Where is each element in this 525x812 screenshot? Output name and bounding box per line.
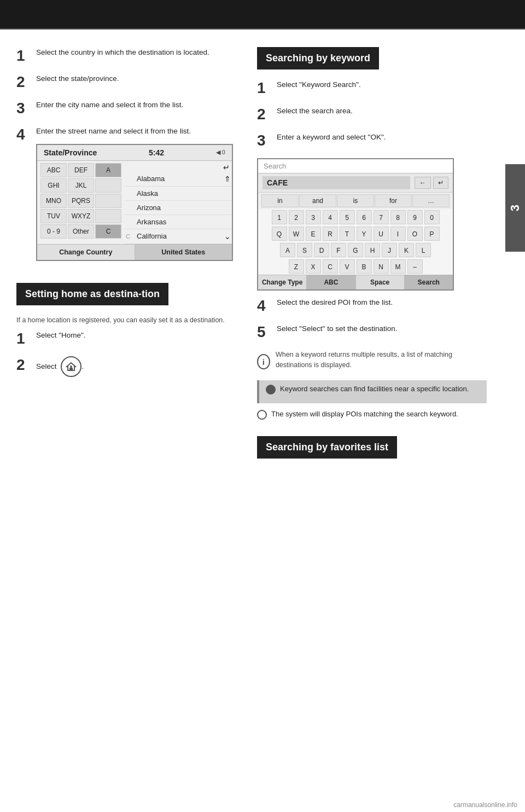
- alpha-abc[interactable]: ABC: [40, 163, 67, 177]
- kb-y[interactable]: Y: [357, 227, 372, 241]
- state-row-alabama[interactable]: Alabama ⇑: [125, 172, 232, 187]
- alpha-wxyz[interactable]: WXYZ: [68, 209, 94, 223]
- kb-x[interactable]: X: [306, 259, 321, 274]
- kb-a[interactable]: A: [280, 243, 295, 257]
- word-suggest-more[interactable]: …: [412, 194, 450, 207]
- scroll-up-icon[interactable]: ⇑: [224, 175, 231, 183]
- kw-input-field[interactable]: CAFE: [262, 176, 410, 189]
- kb-d[interactable]: D: [314, 243, 329, 257]
- kb-w[interactable]: W: [289, 227, 304, 241]
- kb-h[interactable]: H: [365, 243, 380, 257]
- screen-status: ◀ 0: [216, 149, 225, 156]
- kb-q[interactable]: Q: [272, 227, 287, 241]
- kb-m[interactable]: M: [390, 259, 406, 274]
- state-row-arkansas[interactable]: Arkansas: [125, 215, 232, 229]
- kb-n[interactable]: N: [374, 259, 389, 274]
- step-kw-number-2: 2: [257, 107, 277, 122]
- keyword-screen-mockup: Search CAFE ← ↵ in and is for …: [257, 158, 454, 291]
- kb-4[interactable]: 4: [323, 210, 338, 224]
- setting-home-header: Setting home as destina-tion: [16, 283, 168, 305]
- home-icon: [61, 356, 81, 377]
- kw-input-row: CAFE ← ↵: [258, 173, 453, 193]
- state-name-4: Arkansas: [137, 218, 166, 226]
- kb-1[interactable]: 1: [272, 210, 287, 224]
- alpha-tuv[interactable]: TUV: [40, 209, 67, 223]
- kb-9[interactable]: 9: [407, 210, 423, 224]
- alpha-c[interactable]: C: [95, 224, 121, 239]
- left-column: 1 Select the country in which the destin…: [16, 47, 257, 468]
- kb-space-btn[interactable]: Space: [356, 275, 405, 289]
- kb-6[interactable]: 6: [357, 210, 372, 224]
- screen-time: 5:42: [149, 148, 164, 157]
- kb-3[interactable]: 3: [306, 210, 321, 224]
- alpha-ghi[interactable]: GHI: [40, 178, 67, 193]
- kb-p[interactable]: P: [424, 227, 440, 241]
- kb-search-btn[interactable]: Search: [405, 275, 453, 289]
- step-home-number-2: 2: [16, 357, 36, 373]
- alpha-mno[interactable]: MNO: [40, 194, 67, 208]
- kb-i[interactable]: I: [390, 227, 406, 241]
- screen-title-bar: State/Province 5:42 ◀ 0: [37, 145, 232, 161]
- kb-e[interactable]: E: [306, 227, 321, 241]
- kb-7[interactable]: 7: [374, 210, 389, 224]
- step-kw-1: 1 Select "Keyword Search".: [257, 79, 487, 96]
- kb-z[interactable]: Z: [289, 259, 304, 274]
- alpha-jkl[interactable]: JKL: [68, 178, 94, 193]
- kb-g[interactable]: G: [348, 243, 363, 257]
- kb-o[interactable]: O: [407, 227, 423, 241]
- alpha-empty1: [95, 178, 121, 193]
- kw-backspace-btn[interactable]: ←: [415, 177, 431, 189]
- kb-c[interactable]: C: [323, 259, 338, 274]
- scroll-down-icon[interactable]: ⌄: [224, 232, 231, 241]
- state-name-2: Alaska: [137, 189, 158, 198]
- step-text-2: Select the state/province.: [36, 73, 119, 85]
- kb-f[interactable]: F: [331, 243, 346, 257]
- favorites-header: Searching by favorites list: [257, 436, 397, 459]
- kb-dash[interactable]: –: [407, 259, 423, 274]
- state-row-arizona[interactable]: Arizona: [125, 201, 232, 215]
- kb-k[interactable]: K: [399, 243, 414, 257]
- kb-r[interactable]: R: [323, 227, 338, 241]
- bullet-item-2-container: The system will display POIs matching th…: [257, 409, 487, 420]
- step-number-3: 3: [16, 101, 36, 116]
- kb-u[interactable]: U: [374, 227, 389, 241]
- kb-j[interactable]: J: [382, 243, 397, 257]
- undo-icon[interactable]: ↵: [223, 163, 230, 172]
- change-country-btn[interactable]: Change Country: [37, 245, 135, 260]
- word-suggest-in[interactable]: in: [261, 194, 299, 207]
- bullet-item-1: Keyword searches can find facilities nea…: [266, 384, 480, 395]
- bullet-filled-1: [266, 385, 276, 395]
- kb-asdf-row: A S D F G H J K L: [258, 242, 453, 258]
- alpha-09[interactable]: 0 - 9: [40, 224, 67, 239]
- step-left-4: 4 Enter the street name and select it fr…: [16, 126, 246, 268]
- kb-t[interactable]: T: [340, 227, 355, 241]
- kb-qwerty-row: Q W E R T Y U I O P: [258, 225, 453, 242]
- alpha-def[interactable]: DEF: [68, 163, 94, 177]
- alpha-other[interactable]: Other: [68, 224, 94, 239]
- kb-change-type-btn[interactable]: Change Type: [258, 275, 307, 289]
- state-row-california[interactable]: C California ⌄: [125, 229, 232, 244]
- word-suggest-and[interactable]: and: [299, 194, 336, 207]
- word-suggest-is[interactable]: is: [337, 194, 374, 207]
- highlight-bar: Keyword searches can find facilities nea…: [257, 380, 487, 403]
- alpha-a[interactable]: A: [95, 163, 121, 177]
- kb-zxcv-row: Z X C V B N M –: [258, 258, 453, 275]
- kw-undo-btn[interactable]: ↵: [433, 177, 448, 189]
- kb-l[interactable]: L: [416, 243, 431, 257]
- kb-b[interactable]: B: [357, 259, 372, 274]
- alpha-pqrs[interactable]: PQRS: [68, 194, 94, 208]
- step-kw-text-2: Select the search area.: [277, 106, 353, 117]
- state-name-5: California: [137, 232, 167, 240]
- kb-5[interactable]: 5: [340, 210, 355, 224]
- word-suggest-for[interactable]: for: [375, 194, 412, 207]
- kb-s[interactable]: S: [297, 243, 312, 257]
- state-row-alaska[interactable]: Alaska: [125, 187, 232, 201]
- kw-input-value: CAFE: [267, 178, 288, 187]
- kw-input-buttons: ← ↵: [415, 177, 448, 189]
- kb-abc-btn[interactable]: ABC: [307, 275, 355, 289]
- united-states-btn[interactable]: United States: [135, 245, 232, 260]
- kb-2[interactable]: 2: [289, 210, 304, 224]
- kb-v[interactable]: V: [340, 259, 355, 274]
- kb-8[interactable]: 8: [390, 210, 406, 224]
- kb-0[interactable]: 0: [424, 210, 440, 224]
